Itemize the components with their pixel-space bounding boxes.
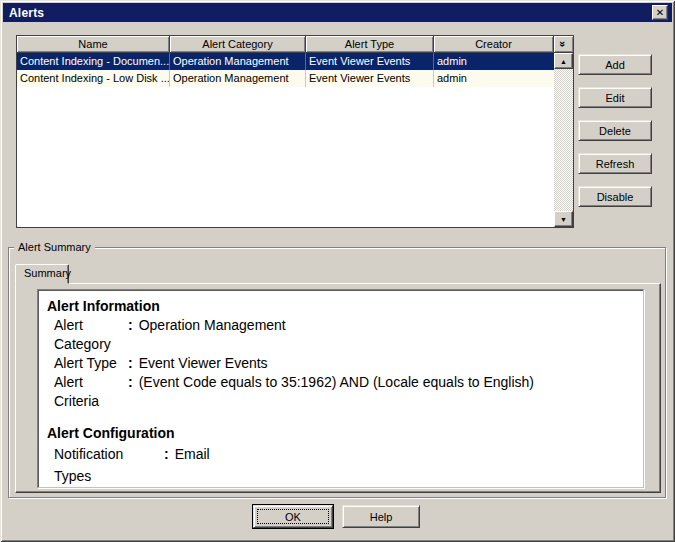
column-chooser-button[interactable]: » <box>554 36 573 53</box>
refresh-button[interactable]: Refresh <box>578 153 652 174</box>
summary-colon: : <box>164 443 169 487</box>
double-chevron-down-icon: » <box>557 41 571 47</box>
summary-row: Reporting Criteria:Immediate Notificatio… <box>54 487 633 488</box>
close-icon: ✕ <box>656 7 664 18</box>
edit-button[interactable]: Edit <box>578 87 652 108</box>
cell-creator: admin <box>434 53 554 70</box>
summary-value: Operation Management <box>139 316 286 354</box>
summary-label: Reporting Criteria <box>54 487 164 488</box>
alert-configuration-section: Alert Configuration Notification Types:E… <box>47 424 633 488</box>
window-title: Alerts <box>9 6 44 20</box>
column-header-alert-type[interactable]: Alert Type <box>306 36 434 53</box>
summary-row: Alert Criteria:(Event Code equals to 35:… <box>54 373 633 411</box>
section-title: Alert Information <box>47 297 633 316</box>
triangle-up-icon: ▲ <box>560 58 567 65</box>
delete-button[interactable]: Delete <box>578 120 652 141</box>
titlebar[interactable]: Alerts ✕ <box>3 3 672 22</box>
summary-value: Email <box>175 443 210 487</box>
cell-alert-type: Event Viewer Events <box>306 70 434 87</box>
cell-alert-category: Operation Management <box>170 53 306 70</box>
table-row[interactable]: Content Indexing - Low Disk ... Operatio… <box>17 70 554 87</box>
summary-colon: : <box>128 373 133 411</box>
scroll-up-button[interactable]: ▲ <box>554 53 573 69</box>
alerts-dialog: Alerts ✕ Name Alert Category Alert Type … <box>0 0 675 542</box>
summary-row: Notification Types:Email <box>54 443 633 487</box>
column-header-name[interactable]: Name <box>17 36 170 53</box>
alert-information-section: Alert Information Alert Category:Operati… <box>47 297 633 411</box>
alerts-table: Name Alert Category Alert Type Creator »… <box>16 35 574 228</box>
summary-label: Alert Criteria <box>54 373 128 411</box>
section-title: Alert Configuration <box>47 424 633 443</box>
table-body: Content Indexing - Documen... Operation … <box>17 53 573 227</box>
summary-colon: : <box>128 354 133 373</box>
summary-value: (Event Code equals to 35:1962) AND (Loca… <box>139 373 534 411</box>
cell-creator: admin <box>434 70 554 87</box>
close-button[interactable]: ✕ <box>652 5 668 20</box>
triangle-down-icon: ▼ <box>560 216 567 223</box>
cell-name: Content Indexing - Documen... <box>17 53 170 70</box>
column-header-alert-category[interactable]: Alert Category <box>170 36 306 53</box>
summary-row: Alert Category:Operation Management <box>54 316 633 354</box>
summary-label: Alert Category <box>54 316 128 354</box>
summary-label: Alert Type <box>54 354 128 373</box>
summary-label: Notification Types <box>54 443 164 487</box>
alert-summary-panel: Alert Information Alert Category:Operati… <box>37 289 644 488</box>
add-button[interactable]: Add <box>578 54 652 75</box>
table-row[interactable]: Content Indexing - Documen... Operation … <box>17 53 554 70</box>
disable-button[interactable]: Disable <box>578 186 652 207</box>
scroll-down-button[interactable]: ▼ <box>554 211 573 227</box>
alert-summary-group-label: Alert Summary <box>14 241 95 253</box>
cell-alert-category: Operation Management <box>170 70 306 87</box>
summary-colon: : <box>128 316 133 354</box>
help-button[interactable]: Help <box>342 505 420 528</box>
summary-value: Event Viewer Events <box>139 354 268 373</box>
summary-row: Alert Type:Event Viewer Events <box>54 354 633 373</box>
column-header-creator[interactable]: Creator <box>434 36 554 53</box>
table-header: Name Alert Category Alert Type Creator » <box>17 36 573 53</box>
cell-alert-type: Event Viewer Events <box>306 53 434 70</box>
vertical-scrollbar[interactable]: ▲ ▼ <box>554 53 573 227</box>
ok-button[interactable]: OK <box>253 505 333 528</box>
summary-value: Immediate Notification <box>175 487 314 488</box>
cell-name: Content Indexing - Low Disk ... <box>17 70 170 87</box>
tab-summary[interactable]: Summary <box>15 264 69 284</box>
summary-colon: : <box>164 487 169 488</box>
